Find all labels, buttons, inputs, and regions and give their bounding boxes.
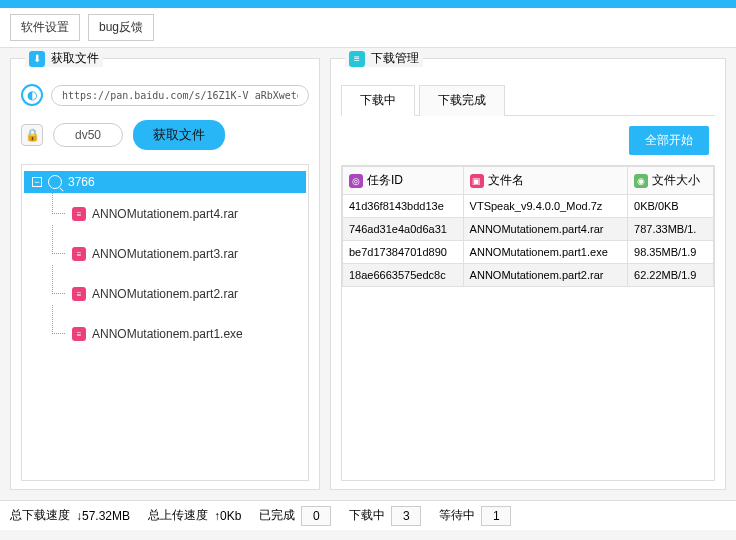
list-icon: ≡ [349,51,365,67]
file-tree[interactable]: − 3766 ≡ANNOMutationem.part4.rar ≡ANNOMu… [21,164,309,481]
size-icon: ◉ [634,174,648,188]
col-filesize: ◉文件大小 [628,167,714,195]
name-icon: ▣ [470,174,484,188]
table-row[interactable]: be7d17384701d890ANNOMutationem.part1.exe… [343,241,714,264]
file-icon: ≡ [72,207,86,221]
ul-speed-value: ↑0Kb [214,509,241,523]
table-row[interactable]: 746ad31e4a0d6a31ANNOMutationem.part4.rar… [343,218,714,241]
settings-button[interactable]: 软件设置 [10,14,80,41]
fetch-panel-title: 获取文件 [51,50,99,67]
collapse-icon[interactable]: − [32,177,42,187]
toolbar: 软件设置 bug反馈 [0,8,736,48]
ul-speed-label: 总上传速度 [148,507,208,524]
downloading-label: 下载中 [349,507,385,524]
tree-item[interactable]: ≡ANNOMutationem.part3.rar [22,243,308,265]
fetch-panel: ⬇ 获取文件 ◐ 🔒 获取文件 − 3766 ≡ANNOMutationem.p… [10,58,320,490]
done-count: 0 [301,506,331,526]
manage-panel: ≡ 下载管理 下载中 下载完成 全部开始 ◎任务ID ▣文件名 ◉文件大小 [330,58,726,490]
task-grid[interactable]: ◎任务ID ▣文件名 ◉文件大小 41d36f8143bdd13eVTSpeak… [341,165,715,481]
start-all-button[interactable]: 全部开始 [629,126,709,155]
table-row[interactable]: 41d36f8143bdd13eVTSpeak_v9.4.0.0_Mod.7z0… [343,195,714,218]
dl-speed-label: 总下载速度 [10,507,70,524]
manage-panel-title: 下载管理 [371,50,419,67]
tree-item[interactable]: ≡ANNOMutationem.part4.rar [22,203,308,225]
lock-icon: 🔒 [21,124,43,146]
table-row[interactable]: 18ae6663575edc8cANNOMutationem.part2.rar… [343,264,714,287]
id-icon: ◎ [349,174,363,188]
status-bar: 总下载速度↓57.32MB 总上传速度↑0Kb 已完成0 下载中3 等待中1 [0,500,736,530]
tree-item[interactable]: ≡ANNOMutationem.part1.exe [22,323,308,345]
main-area: ⬇ 获取文件 ◐ 🔒 获取文件 − 3766 ≡ANNOMutationem.p… [0,48,736,500]
dl-speed-value: ↓57.32MB [76,509,130,523]
tab-downloading[interactable]: 下载中 [341,85,415,116]
globe-icon: ◐ [21,84,43,106]
file-icon: ≡ [72,247,86,261]
bug-button[interactable]: bug反馈 [88,14,154,41]
col-task-id: ◎任务ID [343,167,464,195]
download-icon: ⬇ [29,51,45,67]
col-filename: ▣文件名 [463,167,627,195]
url-input[interactable] [51,85,309,106]
done-label: 已完成 [259,507,295,524]
downloading-count: 3 [391,506,421,526]
fetch-button[interactable]: 获取文件 [133,120,225,150]
tree-root[interactable]: − 3766 [24,171,306,193]
file-icon: ≡ [72,327,86,341]
code-input[interactable] [53,123,123,147]
tabs: 下载中 下载完成 [341,84,715,116]
tab-done[interactable]: 下载完成 [419,85,505,116]
waiting-count: 1 [481,506,511,526]
waiting-label: 等待中 [439,507,475,524]
file-icon: ≡ [72,287,86,301]
root-label: 3766 [68,175,95,189]
tree-item[interactable]: ≡ANNOMutationem.part2.rar [22,283,308,305]
title-bar [0,0,736,8]
